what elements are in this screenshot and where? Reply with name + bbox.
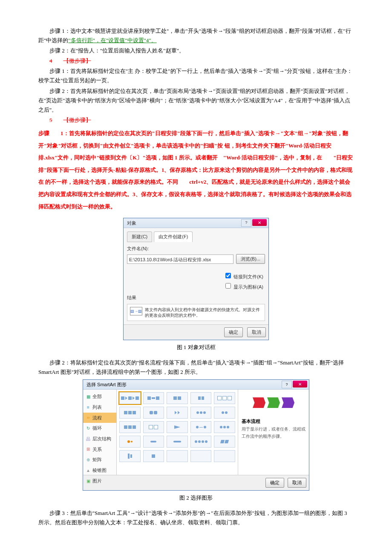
step3-paragraph: 步骤 3：然后单击"SmartArt 工具"→"设计"选项卡→"添加外形"的→"… <box>38 509 354 527</box>
category-cycle[interactable]: ↻循环 <box>83 423 116 434</box>
graphic-thumb[interactable] <box>167 421 188 433</box>
smartart-dialog: 选择 SmartArt 图形 ? ✕ ▦全部 ≡列表 ››流程 ↻循环 品层次结… <box>83 379 309 491</box>
filename-label: 文件名(N): <box>127 245 265 253</box>
cancel-button[interactable]: 取消 <box>247 327 266 337</box>
result-label: 结果 <box>127 294 265 302</box>
dialog-titlebar: 对象 ? ✕ <box>124 218 268 228</box>
preview-description: 用于显示行进，或者任务、流程或工作流中的顺序步骤。 <box>242 425 306 440</box>
smartart-title: 选择 SmartArt 图形 <box>86 381 127 389</box>
graphic-thumb[interactable] <box>214 392 235 404</box>
graphic-thumb[interactable] <box>214 421 235 433</box>
graphic-thumb[interactable] <box>119 407 141 419</box>
smartart-titlebar: 选择 SmartArt 图形 ? ✕ <box>83 380 309 390</box>
graphic-thumb[interactable] <box>143 450 164 462</box>
heading-5: 5 【微步骤】 <box>38 116 354 125</box>
heading-4-number: 4 <box>49 58 52 64</box>
category-pyramid[interactable]: ▲棱锥图 <box>83 465 116 476</box>
graphic-thumb[interactable] <box>143 421 164 433</box>
dialog-title: 对象 <box>127 219 136 227</box>
figure-2: 选择 SmartArt 图形 ? ✕ ▦全部 ≡列表 ››流程 ↻循环 品层次结… <box>38 379 354 491</box>
step2-paragraph: 步骤 2：在"报告人："位置后面输入报告人姓名"赵蕈"。 <box>38 46 354 55</box>
step1-paragraph: 步骤 1：选中文本"领慧讲堂就业讲座到校学工处"，单击"开头"选项卡→"段落"组… <box>38 26 354 45</box>
graphic-thumb[interactable] <box>143 436 164 448</box>
help-button[interactable]: ? <box>282 381 292 388</box>
chevron-icon <box>267 397 280 408</box>
preview-pane: 基本流程 用于显示行进，或者任务、流程或工作流中的顺序步骤。 <box>238 390 309 475</box>
tab-new[interactable]: 新建(C) <box>127 231 152 242</box>
category-list[interactable]: ≡列表 <box>83 402 116 413</box>
graphic-thumb[interactable] <box>214 407 235 419</box>
heading-4-text: 【微步骤】 <box>63 58 91 64</box>
category-relationship[interactable]: ⊞关系 <box>83 444 116 455</box>
category-picture[interactable]: ▣图片 <box>83 476 116 486</box>
category-all[interactable]: ▦全部 <box>83 391 116 402</box>
graphic-thumb[interactable] <box>167 407 188 419</box>
link-to-file-checkbox[interactable]: 链接到文件(K) <box>127 272 263 281</box>
graphic-thumb[interactable] <box>119 392 141 404</box>
ok-button[interactable]: 确定 <box>224 327 243 337</box>
browse-button[interactable]: 浏览(B)... <box>236 254 265 264</box>
heading-5-number: 5 <box>49 117 52 123</box>
document-link-icon: ▤→▤ <box>130 307 142 315</box>
graphic-thumb[interactable] <box>167 436 188 448</box>
graphic-thumb[interactable] <box>190 421 212 433</box>
object-dialog: 对象 ? ✕ 新建(C) 由文件创建(F) 文件名(N): E:\2013.10… <box>123 218 269 340</box>
preview-figure <box>242 393 306 412</box>
help-button[interactable]: ? <box>241 219 251 227</box>
show-as-icon-checkbox[interactable]: 显示为图标(A) <box>127 282 263 291</box>
section4-step2: 步骤 2：首先将鼠标指针的定位在其次页，单击"页面布局"选项卡→"页面设置"组的… <box>38 87 354 115</box>
result-box: ▤→▤ 将文件内容插入到文档中并创建源文件的快捷方式。对源文件的更改会反映到您的… <box>127 304 265 321</box>
category-hierarchy[interactable]: 品层次结构 <box>83 434 116 444</box>
section4-step1: 步骤 1：首先将鼠标指针定位在"主 办：校学工处"的下一行上，然后单击"插入"选… <box>38 66 354 85</box>
cancel-button[interactable]: 取消 <box>288 478 306 488</box>
graphic-thumb[interactable] <box>190 450 212 462</box>
graphic-thumb[interactable] <box>167 450 188 462</box>
graphic-thumb[interactable] <box>214 450 235 462</box>
graphic-thumb[interactable] <box>143 392 164 404</box>
dialog-tabs: 新建(C) 由文件创建(F) <box>127 231 265 242</box>
step1-highlight: "多倍行距"，在"设置值"中设置"4"。 <box>68 37 156 43</box>
thumbnail-grid <box>117 390 238 475</box>
chevron-icon <box>253 397 265 408</box>
category-process[interactable]: ››流程 <box>83 413 116 423</box>
graphic-thumb[interactable] <box>119 436 141 448</box>
figure-1: 对象 ? ✕ 新建(C) 由文件创建(F) 文件名(N): E:\2013.10… <box>38 218 354 340</box>
red-instruction-block: 步骤 1：首先将鼠标指针的定位在其次页的"日程安排"段落下面一行，然后单击"插入… <box>38 127 354 213</box>
figure-2-caption: 图 2 选择图形 <box>38 493 354 503</box>
ok-button[interactable]: 确定 <box>265 478 284 488</box>
close-icon[interactable]: ✕ <box>252 219 267 226</box>
preview-title: 基本流程 <box>242 417 306 425</box>
heading-4: 4 【微步骤】 <box>38 56 354 66</box>
result-description: 将文件内容插入到文档中并创建源文件的快捷方式。对源文件的更改会反映到您的文档中。 <box>145 307 262 318</box>
graphic-thumb[interactable] <box>190 436 212 448</box>
graphic-thumb[interactable] <box>119 450 141 462</box>
graphic-thumb[interactable] <box>119 421 141 433</box>
chevron-icon <box>282 397 294 408</box>
graphic-thumb[interactable] <box>214 436 235 448</box>
graphic-thumb[interactable] <box>190 407 212 419</box>
category-list: ▦全部 ≡列表 ››流程 ↻循环 品层次结构 ⊞关系 ⊕矩阵 ▲棱锥图 ▣图片 <box>83 390 117 475</box>
graphic-thumb[interactable] <box>167 392 188 404</box>
graphic-thumb[interactable] <box>143 407 164 419</box>
close-icon[interactable]: ✕ <box>293 381 307 387</box>
step2-smartart: 步骤 2：将鼠标指针定位在其次页的"报名流程"段落下面，然后单击"插入"选项卡→… <box>38 358 354 377</box>
heading-5-text: 【微步骤】 <box>63 117 91 123</box>
category-matrix[interactable]: ⊕矩阵 <box>83 454 116 465</box>
red-text-b: 或者翻开 "Word-活动日程安排"，选中，复制，在 "日程安排"段落下面一行处… <box>38 154 353 209</box>
graphic-thumb[interactable] <box>190 392 212 404</box>
figure-1-caption: 图 1 对象对话框 <box>38 343 354 352</box>
filename-input[interactable]: E:\2013.10.8\1\Word-活动日程安排.xlsx <box>127 254 233 264</box>
tab-from-file[interactable]: 由文件创建(F) <box>154 231 193 242</box>
